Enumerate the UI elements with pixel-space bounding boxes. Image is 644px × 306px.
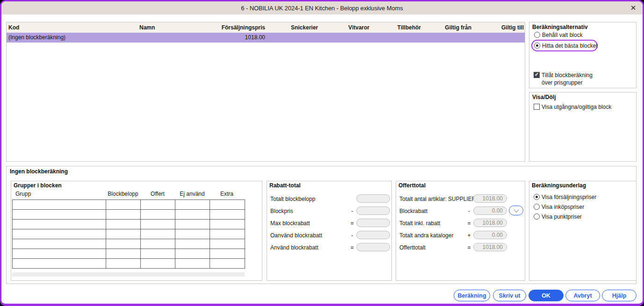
table-row [13, 229, 245, 239]
radio-visa-punktpriser[interactable]: Visa punktpriser [534, 213, 582, 220]
skriv-ut-button[interactable]: Skriv ut [493, 290, 526, 301]
table-row [13, 259, 245, 269]
offert-row-label: Totalt antal artiklar: SUPPLIER [399, 196, 476, 202]
show-hide-box: Visa/Dölj Visa utgångna/ogiltiga block [529, 92, 637, 162]
offert-row-op: = [467, 244, 471, 251]
col-header-giltig-fran: Giltig från [425, 24, 471, 31]
col-header-namn: Namn [139, 24, 155, 31]
ok-button[interactable]: OK [528, 290, 564, 301]
avbryt-button[interactable]: Avbryt [565, 290, 600, 301]
offert-field-offerttotalt: 1018.00 [473, 243, 507, 251]
groups-table [12, 199, 245, 269]
groups-title: Grupper i blocken [14, 182, 62, 189]
offerttotal-title: Offerttotal [398, 182, 426, 189]
radio-selected-icon [534, 194, 540, 200]
block-list-row-selected[interactable]: (Ingen blockberäkning) 1018.00 [7, 33, 525, 43]
groups-table-scrollbar[interactable] [12, 272, 245, 277]
checkbox-checked-icon [534, 72, 540, 78]
col-header-giltig-till: Giltig till [477, 24, 524, 31]
checkbox-visa-utgangna[interactable]: Visa utgångna/ogiltiga block [534, 104, 611, 110]
offert-row-op: - [467, 208, 471, 214]
col-header-forsaljningspris: Försäljningspris [200, 24, 265, 31]
offert-row-label: Totalt andra kataloger [399, 232, 453, 239]
rabatt-field-max-blockrabatt [356, 219, 390, 227]
offert-row-label: Totalt inkl. rabatt [399, 220, 440, 227]
row-price-value: 1018.00 [200, 34, 265, 41]
rabatt-row-op: - [350, 208, 355, 214]
rabatt-row-label: Totalt blockbelopp [270, 196, 315, 202]
blockrabatt-dropdown-button[interactable] [509, 206, 523, 215]
calculation-basis-title: Beräkningsunderlag [532, 182, 586, 189]
grp-col-ej-anvand: Ej använd [175, 191, 210, 197]
dialog-title: 6 - NOBILIA UK 2024-1 EN Kitchen - Belop… [241, 5, 403, 12]
block-list-header: Kod Namn Försäljningspris Snickerier Vit… [7, 22, 525, 33]
calculation-options-box: Beräkningsalternativ Behåll valt block H… [529, 22, 637, 88]
radio-icon [534, 213, 540, 220]
col-header-tillbehor: Tillbehör [374, 24, 421, 31]
rabatt-total-title: Rabatt-total [269, 182, 301, 189]
offert-field-blockrabatt: 0.00 [473, 206, 507, 215]
close-icon[interactable]: ✕ [629, 3, 638, 13]
berakning-button[interactable]: Beräkning [454, 290, 490, 301]
title-bar: 6 - NOBILIA UK 2024-1 EN Kitchen - Belop… [1, 1, 643, 14]
chevron-down-icon [514, 207, 519, 212]
table-row [13, 249, 245, 259]
checkbox-label-line2: över prisgrupper [542, 79, 582, 86]
table-row [13, 239, 245, 249]
col-header-kod: Kod [8, 24, 19, 31]
rabatt-row-op: = [350, 220, 355, 227]
radio-selected-icon [534, 43, 540, 49]
hjalp-button[interactable]: Hjälp [602, 290, 637, 301]
offert-row-label: Blockrabatt [399, 208, 427, 214]
calculation-options-title: Beräkningsalternativ [532, 24, 588, 30]
rabatt-row-label: Använd blockrabatt [270, 244, 318, 251]
grp-col-grupp: Grupp [15, 191, 43, 197]
radio-visa-forsaljningspriser[interactable]: Visa försäljningspriser [534, 194, 596, 200]
rabatt-field-oanvand-blockrabatt [356, 231, 390, 239]
rabatt-row-label: Blockpris [270, 208, 293, 214]
table-row [13, 200, 245, 210]
grp-col-blockbelopp: Blockbelopp [106, 191, 140, 197]
row-kod-value: (Ingen blockberäkning) [8, 34, 65, 41]
col-header-vitvaror: Vitvaror [323, 24, 369, 31]
rabatt-field-blockpris [356, 206, 390, 215]
rabatt-row-op: = [350, 244, 355, 251]
radio-behall-valt-block[interactable]: Behåll valt block [534, 32, 583, 38]
grp-col-extra: Extra [210, 191, 244, 197]
table-row [13, 220, 245, 229]
rabatt-row-op: - [350, 232, 355, 239]
radio-hitta-det-basta-blocket[interactable]: Hitta det bästa blocket [534, 43, 598, 49]
radio-icon [534, 204, 540, 210]
grp-col-offert: Offert [140, 191, 175, 197]
col-header-snickerier: Snickerier [271, 24, 318, 31]
rabatt-field-anvand-blockrabatt [356, 243, 390, 251]
offert-field-totalt-antal: 1018.00 [473, 194, 507, 203]
checkbox-unchecked-icon [534, 104, 540, 110]
rabatt-row-label: Oanvänd blockrabatt [270, 232, 322, 239]
dialog-window: 6 - NOBILIA UK 2024-1 EN Kitchen - Belop… [0, 0, 644, 306]
checkbox-tillat-blockberakning[interactable]: Tillåt blockberäkning [534, 72, 593, 78]
rabatt-row-label: Max blockrabatt [270, 220, 310, 227]
show-hide-title: Visa/Dölj [532, 94, 556, 100]
offert-row-op: = [467, 220, 471, 227]
offert-row-label: Offerttotalt [399, 244, 426, 251]
radio-icon [534, 32, 540, 38]
rabatt-field-totalt-blockbelopp [356, 194, 390, 203]
radio-visa-inkopspriser[interactable]: Visa inköpspriser [534, 204, 584, 210]
block-list: Kod Namn Försäljningspris Snickerier Vit… [6, 22, 525, 162]
offert-row-op: + [467, 232, 471, 239]
table-row [13, 210, 245, 220]
offert-field-totalt-inkl-rabatt: 1018.00 [473, 219, 507, 227]
no-block-section-title: Ingen blockberäkning [10, 168, 68, 175]
offert-field-totalt-andra-kataloger: 0.00 [473, 231, 507, 239]
